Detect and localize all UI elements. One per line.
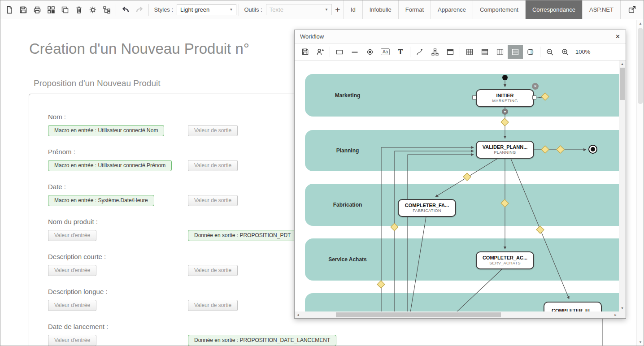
wf-table-columns-tool[interactable] bbox=[492, 45, 508, 59]
workflow-horizontal-scrollbar[interactable]: ◄ ► bbox=[295, 311, 619, 318]
tools-dropdown[interactable]: Texte ▼ bbox=[266, 4, 332, 15]
tab-correspondance[interactable]: Correspondance bbox=[525, 0, 582, 19]
main-scrollbar-thumb[interactable] bbox=[638, 28, 643, 104]
wf-zoom-in-button[interactable] bbox=[557, 45, 573, 59]
swimlane-service-achats[interactable]: Service Achats bbox=[305, 238, 619, 281]
page-title: Création d'un Nouveau Produit n° bbox=[29, 40, 249, 57]
swimlane-planning[interactable]: Planning bbox=[305, 130, 619, 171]
modules-button[interactable] bbox=[44, 2, 58, 18]
scroll-up-arrow[interactable]: ▲ bbox=[637, 20, 644, 27]
tree-view-button[interactable] bbox=[100, 2, 113, 18]
close-icon[interactable]: ✕ bbox=[615, 33, 620, 40]
scrollbar-thumb[interactable] bbox=[336, 312, 501, 317]
decision-diamond[interactable] bbox=[536, 225, 544, 234]
wf-small-text-tool[interactable]: Aa bbox=[378, 45, 393, 59]
end-node[interactable] bbox=[588, 145, 597, 154]
wf-table-tool[interactable] bbox=[462, 45, 477, 59]
scroll-down-arrow[interactable]: ▼ bbox=[619, 305, 626, 311]
node-completer-achats[interactable]: COMPLETER_AC... SERV_ACHATS bbox=[476, 251, 534, 269]
toolbar-separator bbox=[239, 4, 239, 16]
scroll-right-arrow[interactable]: ► bbox=[612, 311, 619, 318]
delete-node-badge[interactable]: ✕ bbox=[532, 83, 539, 90]
add-transition-handle[interactable]: ▼ bbox=[502, 108, 508, 115]
input-mapping-button[interactable]: Macro en entrée : Utilisateur connecté.N… bbox=[48, 125, 164, 136]
tab-id[interactable]: Id bbox=[344, 0, 362, 19]
input-mapping-button[interactable]: Valeur d'entrée bbox=[48, 335, 96, 346]
node-completer-fi[interactable]: COMPLETER_FI... bbox=[544, 302, 602, 311]
selection-handle[interactable] bbox=[472, 95, 476, 99]
input-mapping-button[interactable]: Valeur d'entrée bbox=[48, 230, 96, 241]
tools-dropdown-placeholder: Texte bbox=[270, 6, 283, 13]
lane-label: Planning bbox=[314, 147, 381, 154]
tree-view-icon bbox=[103, 6, 111, 14]
output-mapping-button[interactable]: Valeur de sortie bbox=[188, 125, 238, 136]
tab-format[interactable]: Format bbox=[398, 0, 431, 19]
expand-button[interactable] bbox=[625, 2, 639, 18]
decision-diamond[interactable] bbox=[463, 173, 471, 181]
swimlane-fabrication[interactable]: Fabrication bbox=[305, 184, 619, 226]
tab-apparence[interactable]: Apparence bbox=[431, 0, 473, 19]
print-button[interactable] bbox=[30, 2, 44, 18]
main-scrollbar[interactable]: ▲ ▼ bbox=[636, 20, 644, 346]
output-mapping-button[interactable]: Valeur de sortie bbox=[188, 160, 238, 171]
tab-comportement[interactable]: Comportement bbox=[473, 0, 525, 19]
scrollbar-thumb[interactable] bbox=[620, 68, 625, 100]
workflow-vertical-scrollbar[interactable]: ▲ ▼ bbox=[619, 61, 626, 311]
output-mapping-button[interactable]: Donnée en sortie : PROPOSITION_PDT bbox=[188, 230, 297, 241]
input-mapping-button[interactable]: Macro en entrée : Système.Date/Heure bbox=[48, 195, 154, 206]
wf-connector-tool[interactable] bbox=[412, 45, 427, 59]
new-document-button[interactable] bbox=[2, 2, 16, 18]
wf-radio-tool[interactable] bbox=[362, 45, 378, 59]
start-node[interactable] bbox=[502, 75, 508, 80]
wf-line-tool[interactable] bbox=[347, 45, 362, 59]
node-title: INITIER bbox=[496, 93, 513, 99]
settings-button[interactable] bbox=[86, 2, 100, 18]
toolbar-separator bbox=[460, 47, 460, 57]
selection-handle[interactable] bbox=[532, 95, 536, 99]
swimlane-icon bbox=[511, 48, 519, 56]
workflow-titlebar[interactable]: Workflow ✕ bbox=[295, 30, 626, 43]
add-tool-button[interactable]: + bbox=[332, 2, 344, 17]
scroll-down-arrow[interactable]: ▼ bbox=[637, 338, 644, 346]
wf-header-panel-tool[interactable] bbox=[443, 45, 458, 59]
styles-label: Styles : bbox=[154, 6, 173, 13]
section-title: Proposition d'un Nouveau Produit bbox=[34, 78, 160, 88]
tab-infobulle[interactable]: Infobulle bbox=[362, 0, 398, 19]
output-mapping-button[interactable]: Valeur de sortie bbox=[188, 195, 238, 206]
output-mapping-button[interactable]: Valeur de sortie bbox=[188, 300, 238, 311]
decision-diamond[interactable] bbox=[500, 118, 509, 126]
wf-zoom-out-button[interactable] bbox=[542, 45, 557, 59]
text-icon: T bbox=[398, 48, 403, 56]
wf-swimlane-tool[interactable] bbox=[508, 45, 523, 59]
output-mapping-button[interactable]: Donnée en sortie : PROPOSITION_DATE_LANC… bbox=[188, 335, 336, 346]
toolbar-separator bbox=[330, 47, 330, 57]
wf-hierarchy-tool[interactable] bbox=[427, 45, 443, 59]
wf-rectangle-tool[interactable] bbox=[332, 45, 347, 59]
chevron-down-icon: ▼ bbox=[325, 8, 328, 12]
redo-button[interactable] bbox=[132, 2, 146, 18]
wf-table-rows-tool[interactable] bbox=[477, 45, 492, 59]
input-mapping-button[interactable]: Macro en entrée : Utilisateur connecté.P… bbox=[48, 160, 172, 171]
decision-diamond[interactable] bbox=[377, 280, 385, 288]
main-toolbar: Styles : Light green ▼ Outils : Texte ▼ … bbox=[0, 0, 644, 19]
output-mapping-button[interactable]: Valeur de sortie bbox=[188, 265, 238, 276]
wf-text-tool[interactable]: T bbox=[393, 45, 408, 59]
wf-save-button[interactable] bbox=[297, 45, 313, 59]
tab-aspnet[interactable]: ASP.NET bbox=[582, 0, 621, 19]
swimlane-marketing[interactable]: Marketing bbox=[305, 74, 619, 117]
input-mapping-button[interactable]: Valeur d'entrée bbox=[48, 265, 96, 276]
scroll-up-arrow[interactable]: ▲ bbox=[619, 61, 626, 67]
node-initier[interactable]: INITIER MARKETING bbox=[476, 89, 534, 107]
undo-button[interactable] bbox=[118, 2, 132, 18]
node-valider-planning[interactable]: VALIDER_PLANN... PLANNING bbox=[476, 141, 534, 159]
save-button[interactable] bbox=[16, 2, 30, 18]
wf-rounded-panel-tool[interactable] bbox=[523, 45, 538, 59]
node-completer-fabrication[interactable]: COMPLETER_FA... FABRICATION bbox=[398, 199, 456, 217]
styles-dropdown[interactable]: Light green ▼ bbox=[177, 4, 236, 15]
scroll-left-arrow[interactable]: ◄ bbox=[295, 311, 301, 318]
copy-button[interactable] bbox=[58, 2, 72, 18]
delete-button[interactable] bbox=[72, 2, 86, 18]
wf-add-actor-button[interactable] bbox=[313, 45, 328, 59]
workflow-canvas[interactable]: Marketing Planning Fabrication Service A… bbox=[295, 61, 619, 311]
input-mapping-button[interactable]: Valeur d'entrée bbox=[48, 300, 96, 311]
